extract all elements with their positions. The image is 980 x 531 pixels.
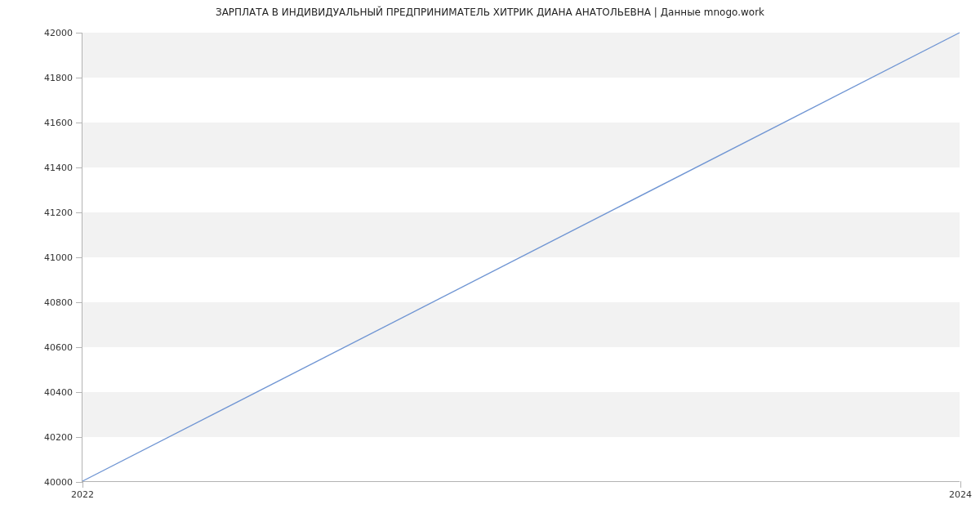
y-tick-label: 40400 <box>44 387 73 398</box>
y-tick <box>76 347 82 348</box>
y-tick <box>76 167 82 168</box>
y-tick-label: 41400 <box>44 163 73 173</box>
y-tick <box>76 78 82 78</box>
x-tick-label: 2022 <box>71 489 94 500</box>
y-tick <box>76 257 82 258</box>
y-tick <box>76 437 82 438</box>
y-tick-label: 41600 <box>44 118 73 128</box>
x-tick-label: 2024 <box>949 489 972 500</box>
line-series <box>82 33 960 481</box>
y-tick-label: 41200 <box>44 207 73 218</box>
y-tick-label: 40200 <box>44 432 73 443</box>
y-tick-label: 41000 <box>44 252 73 263</box>
x-tick <box>82 481 83 488</box>
y-tick <box>76 392 82 393</box>
y-tick-label: 40000 <box>44 477 73 488</box>
plot-area: 4000040200404004060040800410004120041400… <box>82 33 960 482</box>
y-tick <box>76 302 82 303</box>
y-tick-label: 40800 <box>44 297 73 308</box>
chart-title: ЗАРПЛАТА В ИНДИВИДУАЛЬНЫЙ ПРЕДПРИНИМАТЕЛ… <box>0 7 980 18</box>
y-tick-label: 41800 <box>44 73 73 83</box>
y-tick <box>76 482 82 483</box>
y-tick <box>76 123 82 123</box>
y-tick-label: 42000 <box>44 28 73 38</box>
x-tick <box>960 481 961 488</box>
y-tick-label: 40600 <box>44 342 73 353</box>
y-tick <box>76 212 82 213</box>
y-tick <box>76 33 82 33</box>
